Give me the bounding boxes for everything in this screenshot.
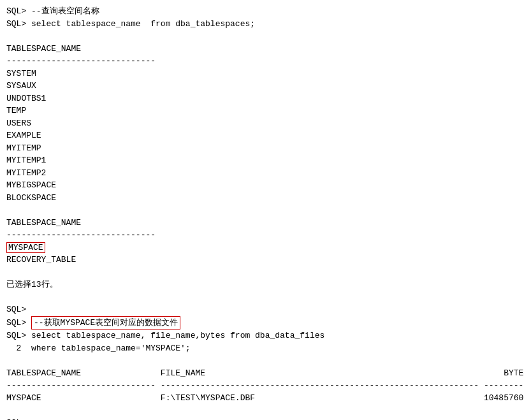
line-33 (6, 404, 518, 417)
line-25: SQL> (6, 303, 518, 316)
line-16: BLOCKSPACE (6, 192, 518, 205)
line-11: EXAMPLE (6, 129, 518, 142)
comment-box-1: --获取MYSPACE表空间对应的数据文件 (31, 316, 180, 330)
line-19: ------------------------------ (6, 229, 518, 242)
line-30: TABLESPACE_NAME FILE_NAME BYTES (6, 367, 518, 380)
line-28: 2 where tablespace_name='MYSPACE'; (6, 342, 518, 355)
line-7: SYSAUX (6, 80, 518, 92)
line-6: SYSTEM (6, 68, 518, 80)
line-24 (6, 291, 518, 304)
line-15: MYBIGSPACE (6, 179, 518, 192)
myspace-highlight: MYSPACE (6, 242, 45, 253)
line-9: TEMP (6, 105, 518, 117)
line-20: MYSPACE (6, 242, 518, 254)
line-29 (6, 354, 518, 367)
line-17 (6, 204, 518, 217)
line-26: SQL> --获取MYSPACE表空间对应的数据文件 (6, 316, 518, 330)
line-23: 已选择13行。 (6, 279, 518, 291)
line-21: RECOVERY_TABLE (6, 254, 518, 266)
line-4: TABLESPACE_NAME (6, 43, 518, 55)
line-2: SQL> select tablespace_name from dba_tab… (6, 18, 518, 31)
line-34: SQL> (6, 417, 518, 421)
line-1: SQL> --查询表空间名称 (6, 5, 518, 18)
terminal-window: SQL> --查询表空间名称 SQL> select tablespace_na… (0, 0, 524, 420)
line-13: MYITEMP1 (6, 154, 518, 167)
line-32: MYSPACE F:\TEST\MYSPACE.DBF 10485760 (6, 392, 518, 405)
line-31: ------------------------------ ---------… (6, 379, 518, 392)
line-22 (6, 266, 518, 279)
line-3 (6, 30, 518, 43)
line-18: TABLESPACE_NAME (6, 217, 518, 229)
line-5: ------------------------------ (6, 55, 518, 68)
line-14: MYITEMP2 (6, 167, 518, 180)
line-12: MYITEMP (6, 142, 518, 155)
line-10: USERS (6, 117, 518, 130)
line-8: UNDOTBS1 (6, 92, 518, 105)
line-27: SQL> select tablespace_name, file_name,b… (6, 329, 518, 342)
